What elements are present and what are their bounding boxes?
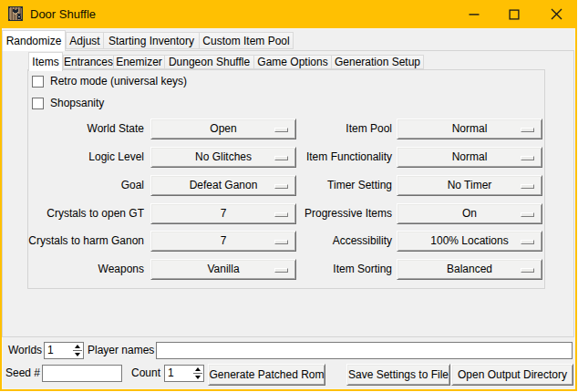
- logic-level-dropdown[interactable]: No Glitches: [150, 147, 296, 168]
- dropdown-indicator-icon: [521, 268, 534, 273]
- tab-items[interactable]: Items: [28, 52, 63, 71]
- tab-entrances[interactable]: Entrances: [63, 55, 114, 69]
- dropdown-indicator-icon: [521, 240, 534, 244]
- tab-custom-item-pool[interactable]: Custom Item Pool: [199, 32, 294, 49]
- player-names-input[interactable]: [156, 342, 573, 359]
- minimize-button[interactable]: [451, 0, 493, 28]
- window-title: Door Shuffle: [30, 0, 96, 28]
- tab-game-options[interactable]: Game Options: [253, 55, 332, 69]
- open-output-button[interactable]: Open Output Directory: [451, 364, 573, 386]
- world-state-dropdown[interactable]: Open: [150, 119, 296, 139]
- item-functionality-label: Item Functionality: [301, 147, 392, 168]
- accessibility-label: Accessibility: [301, 231, 392, 252]
- tab-randomize[interactable]: Randomize: [2, 30, 66, 51]
- dropdown-indicator-icon: [521, 212, 534, 217]
- minimize-icon: [469, 9, 480, 20]
- dropdown-indicator-icon: [274, 184, 288, 189]
- title-bar: Door Shuffle: [0, 0, 577, 28]
- client-area: Randomize Adjust Starting Inventory Cust…: [2, 28, 575, 389]
- crystals-gt-dropdown[interactable]: 7: [150, 203, 296, 224]
- accessibility-dropdown[interactable]: 100% Locations: [397, 231, 542, 252]
- maximize-button[interactable]: [493, 0, 535, 28]
- dropdown-indicator-icon: [521, 128, 534, 132]
- item-sorting-label: Item Sorting: [301, 259, 392, 280]
- spin-up-icon[interactable]: [193, 366, 202, 374]
- randomize-pane: Items Entrances Enemizer Dungeon Shuffle…: [2, 50, 574, 337]
- crystals-ganon-label: Crystals to harm Ganon: [27, 231, 144, 252]
- worlds-label: Worlds: [8, 342, 42, 359]
- retro-mode-checkbox[interactable]: [32, 76, 44, 88]
- dropdown-indicator-icon: [274, 268, 288, 273]
- dropdown-indicator-icon: [521, 184, 534, 189]
- shopsanity-checkbox[interactable]: [32, 98, 44, 109]
- close-button[interactable]: [535, 0, 577, 28]
- goal-dropdown[interactable]: Defeat Ganon: [150, 175, 296, 196]
- item-pool-dropdown[interactable]: Normal: [397, 119, 542, 139]
- count-spinbox[interactable]: 1: [164, 365, 204, 382]
- weapons-dropdown[interactable]: Vanilla: [150, 259, 296, 280]
- player-names-label: Player names: [88, 342, 154, 359]
- items-pane: Retro mode (universal keys) Shopsanity W…: [27, 69, 545, 289]
- crystals-ganon-dropdown[interactable]: 7: [150, 231, 296, 252]
- dropdown-indicator-icon: [274, 240, 288, 244]
- seed-input[interactable]: [42, 365, 122, 382]
- crystals-gt-label: Crystals to open GT: [27, 203, 144, 224]
- door-icon: [8, 6, 23, 21]
- spin-down-icon[interactable]: [193, 374, 202, 382]
- dropdown-indicator-icon: [521, 156, 534, 160]
- logic-level-label: Logic Level: [27, 147, 144, 168]
- spin-down-icon[interactable]: [73, 351, 82, 359]
- close-icon: [551, 8, 563, 20]
- generate-rom-button[interactable]: Generate Patched Rom: [208, 364, 325, 386]
- maximize-icon: [509, 9, 520, 20]
- progressive-items-dropdown[interactable]: On: [397, 203, 542, 224]
- world-state-label: World State: [27, 119, 144, 139]
- app-window: Door Shuffle Randomize Adjust Starting I…: [0, 0, 577, 391]
- goal-label: Goal: [27, 175, 144, 196]
- item-sorting-dropdown[interactable]: Balanced: [397, 259, 542, 280]
- item-pool-label: Item Pool: [301, 119, 392, 139]
- spin-up-icon[interactable]: [73, 343, 82, 351]
- tab-dungeon-shuffle[interactable]: Dungeon Shuffle: [164, 55, 254, 69]
- item-functionality-dropdown[interactable]: Normal: [397, 147, 542, 168]
- tab-enemizer[interactable]: Enemizer: [113, 55, 165, 69]
- dropdown-indicator-icon: [274, 156, 288, 160]
- seed-label: Seed #: [5, 365, 40, 382]
- weapons-label: Weapons: [27, 259, 144, 280]
- count-label: Count: [131, 365, 160, 382]
- tab-starting-inventory[interactable]: Starting Inventory: [103, 32, 200, 49]
- progressive-items-label: Progressive Items: [301, 203, 392, 224]
- tab-generation-setup[interactable]: Generation Setup: [331, 55, 424, 69]
- retro-mode-label: Retro mode (universal keys): [50, 76, 187, 88]
- save-settings-button[interactable]: Save Settings to File: [346, 364, 450, 386]
- timer-setting-dropdown[interactable]: No Timer: [397, 175, 542, 196]
- dropdown-indicator-icon: [274, 212, 288, 217]
- tab-adjust[interactable]: Adjust: [66, 32, 104, 49]
- worlds-spinbox[interactable]: 1: [44, 342, 84, 359]
- shopsanity-label: Shopsanity: [50, 98, 104, 109]
- dropdown-indicator-icon: [274, 128, 288, 132]
- timer-setting-label: Timer Setting: [301, 175, 392, 196]
